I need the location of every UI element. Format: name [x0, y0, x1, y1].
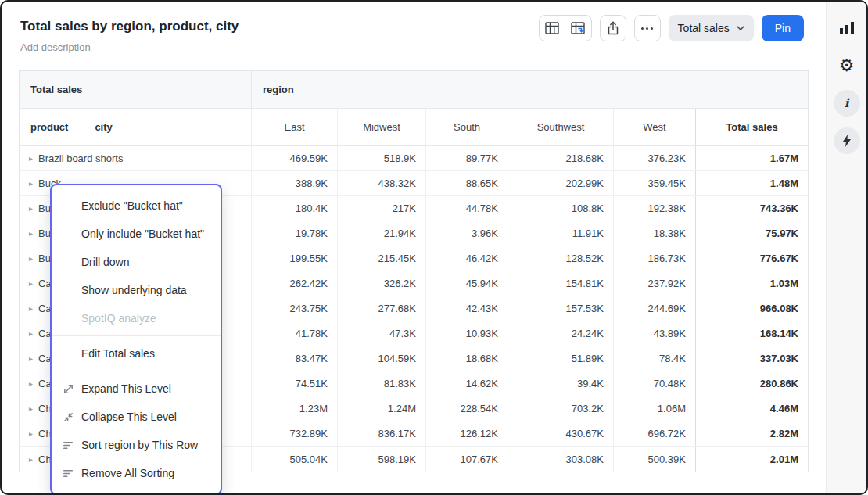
cell-value[interactable]: 469.59K	[251, 146, 337, 170]
share-button[interactable]	[600, 15, 626, 41]
cell-value[interactable]: 107.67K	[425, 447, 508, 472]
cell-value[interactable]: 4.46M	[695, 396, 808, 421]
cell-value[interactable]: 359.45K	[613, 171, 695, 195]
menu-item-collapse-this-level[interactable]: Collapse This Level	[52, 403, 221, 431]
cell-value[interactable]: 303.08K	[508, 447, 613, 472]
table-view-icon[interactable]	[540, 16, 565, 41]
cell-value[interactable]: 45.94K	[425, 271, 508, 296]
expand-caret-icon[interactable]: ▸	[29, 354, 33, 363]
cell-value[interactable]: 1.23M	[251, 396, 337, 421]
expand-caret-icon[interactable]: ▸	[29, 455, 33, 464]
cell-value[interactable]: 42.43K	[425, 296, 508, 321]
pivot-view-icon[interactable]	[565, 16, 591, 41]
cell-value[interactable]: 18.68K	[425, 346, 508, 371]
column-header-midwest[interactable]: Midwest	[337, 109, 425, 145]
menu-item-show-underlying-data[interactable]: Show underlying data	[52, 276, 221, 304]
more-options-button[interactable]	[634, 15, 661, 41]
cell-value[interactable]: 186.73K	[613, 246, 695, 271]
bolt-icon[interactable]	[834, 127, 860, 154]
column-header-southwest[interactable]: Southwest	[508, 109, 613, 145]
cell-value[interactable]: 376.23K	[613, 146, 695, 170]
cell-value[interactable]: 217K	[337, 196, 425, 221]
row-label[interactable]: ▸Brazil board shorts	[20, 146, 251, 170]
cell-value[interactable]: 518.9K	[337, 146, 425, 170]
menu-item-expand-this-level[interactable]: Expand This Level	[52, 375, 221, 403]
cell-value[interactable]: 41.78K	[251, 321, 337, 346]
cell-value[interactable]: 21.94K	[337, 221, 425, 246]
cell-value[interactable]: 1.03M	[695, 271, 808, 296]
column-header-total-sales[interactable]: Total sales	[695, 109, 808, 145]
expand-caret-icon[interactable]: ▸	[29, 404, 33, 413]
expand-caret-icon[interactable]: ▸	[29, 379, 33, 388]
menu-item-exclude-bucket-hat[interactable]: Exclude "Bucket hat"	[52, 192, 221, 220]
product-header[interactable]: product	[30, 121, 68, 133]
cell-value[interactable]: 180.4K	[251, 196, 337, 221]
cell-value[interactable]: 1.06M	[613, 396, 695, 421]
cell-value[interactable]: 228.54K	[425, 396, 508, 421]
expand-caret-icon[interactable]: ▸	[29, 304, 33, 313]
cell-value[interactable]: 215.45K	[337, 246, 425, 271]
menu-item-remove-all-sorting[interactable]: Remove All Sorting	[52, 459, 221, 487]
cell-value[interactable]: 1.24M	[337, 396, 425, 421]
cell-value[interactable]: 126.12K	[425, 421, 508, 446]
cell-value[interactable]: 47.3K	[337, 321, 425, 346]
cell-value[interactable]: 280.86K	[695, 371, 808, 396]
expand-caret-icon[interactable]: ▸	[29, 154, 33, 163]
cell-value[interactable]: 218.68K	[508, 146, 613, 170]
cell-value[interactable]: 703.2K	[508, 396, 613, 421]
cell-value[interactable]: 128.52K	[508, 246, 613, 271]
cell-value[interactable]: 500.39K	[613, 447, 695, 472]
region-header[interactable]: region	[251, 71, 808, 108]
column-header-west[interactable]: West	[613, 109, 695, 145]
cell-value[interactable]: 154.81K	[508, 271, 613, 296]
cell-value[interactable]: 326.2K	[337, 271, 425, 296]
city-header[interactable]: city	[95, 121, 112, 133]
cell-value[interactable]: 19.78K	[251, 221, 337, 246]
expand-caret-icon[interactable]: ▸	[29, 329, 33, 338]
cell-value[interactable]: 89.77K	[425, 146, 508, 170]
expand-caret-icon[interactable]: ▸	[29, 429, 33, 438]
cell-value[interactable]: 243.75K	[251, 296, 337, 321]
cell-value[interactable]: 108.8K	[508, 196, 613, 221]
cell-value[interactable]: 51.89K	[508, 346, 613, 371]
cell-value[interactable]: 836.17K	[337, 421, 425, 446]
cell-value[interactable]: 11.91K	[508, 221, 613, 246]
gear-icon[interactable]: ⚙	[834, 52, 860, 79]
cell-value[interactable]: 199.55K	[251, 246, 337, 271]
expand-caret-icon[interactable]: ▸	[29, 254, 33, 263]
cell-value[interactable]: 966.08K	[695, 296, 808, 321]
cell-value[interactable]: 43.89K	[613, 321, 695, 346]
menu-item-drill-down[interactable]: Drill down	[52, 248, 221, 276]
cell-value[interactable]: 83.47K	[251, 346, 337, 371]
cell-value[interactable]: 438.32K	[337, 171, 425, 195]
cell-value[interactable]: 157.53K	[508, 296, 613, 321]
cell-value[interactable]: 192.38K	[613, 196, 695, 221]
cell-value[interactable]: 3.96K	[425, 221, 508, 246]
column-header-east[interactable]: East	[251, 109, 337, 145]
cell-value[interactable]: 505.04K	[251, 447, 337, 472]
cell-value[interactable]: 81.83K	[337, 371, 425, 396]
menu-item-sort-region-by-this-row[interactable]: Sort region by This Row	[52, 431, 221, 459]
menu-item-only-include-bucket-hat[interactable]: Only include "Bucket hat"	[52, 220, 221, 248]
cell-value[interactable]: 70.48K	[613, 371, 695, 396]
cell-value[interactable]: 78.4K	[613, 346, 695, 371]
cell-value[interactable]: 14.62K	[425, 371, 508, 396]
cell-value[interactable]: 44.78K	[425, 196, 508, 221]
cell-value[interactable]: 168.14K	[695, 321, 808, 346]
cell-value[interactable]: 732.89K	[251, 421, 337, 446]
cell-value[interactable]: 88.65K	[425, 171, 508, 195]
cell-value[interactable]: 202.99K	[508, 171, 613, 195]
cell-value[interactable]: 244.69K	[613, 296, 695, 321]
cell-value[interactable]: 2.82M	[695, 421, 808, 446]
cell-value[interactable]: 74.51K	[251, 371, 337, 396]
cell-value[interactable]: 24.24K	[508, 321, 613, 346]
cell-value[interactable]: 46.42K	[425, 246, 508, 271]
cell-value[interactable]: 262.42K	[251, 271, 337, 296]
cell-value[interactable]: 776.67K	[695, 246, 808, 271]
cell-value[interactable]: 743.36K	[695, 196, 808, 221]
cell-value[interactable]: 388.9K	[251, 171, 337, 195]
add-description-link[interactable]: Add description	[20, 41, 91, 53]
cell-value[interactable]: 1.48M	[695, 171, 808, 195]
info-icon[interactable]: i	[834, 90, 860, 117]
cell-value[interactable]: 337.03K	[695, 346, 808, 371]
